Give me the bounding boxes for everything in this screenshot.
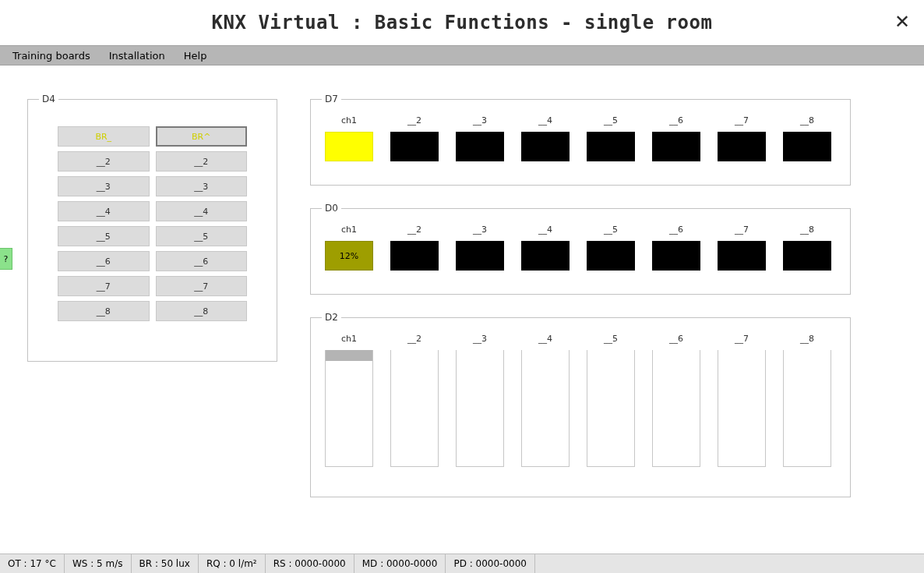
d2-channel-slot[interactable] [390, 350, 439, 467]
d2-channel-4: __4 [521, 334, 570, 467]
d7-channel-box[interactable] [652, 132, 700, 161]
status-pd: PD : 0000-0000 [446, 554, 535, 573]
d0-channel-label: ch1 [341, 225, 357, 235]
d7-channel-box[interactable] [587, 132, 635, 161]
d7-channel-7: __7 [718, 115, 766, 161]
d4-left-8[interactable]: __8 [58, 301, 150, 321]
d7-channel-label: __6 [669, 115, 683, 126]
d2-channel-slot[interactable] [652, 350, 700, 467]
d4-left-1[interactable]: BR_ [58, 126, 150, 147]
d7-channel-2: __2 [390, 115, 439, 161]
d0-channel-box[interactable] [521, 241, 570, 271]
menu-help[interactable]: Help [175, 47, 217, 65]
d4-right-5[interactable]: __5 [156, 226, 248, 246]
d2-channel-label: __2 [407, 334, 421, 344]
panel-d0: D0 ch112%__2__3__4__5__6__7__8 [310, 203, 851, 295]
d0-channel-box[interactable] [718, 241, 766, 271]
d7-row: ch1__2__3__4__5__6__7__8 [322, 112, 839, 161]
d4-right-8[interactable]: __8 [156, 301, 248, 321]
d2-channel-7: __7 [718, 334, 766, 467]
d0-channel-box[interactable] [652, 241, 700, 271]
d7-channel-label: __2 [407, 115, 421, 126]
close-icon[interactable]: ✕ [894, 11, 910, 33]
help-tab[interactable]: ? [0, 248, 12, 270]
d4-left-4[interactable]: __4 [58, 201, 150, 221]
d0-channel-box[interactable] [783, 241, 831, 271]
d0-channel-4: __4 [521, 225, 570, 271]
d2-channel-label: __8 [800, 334, 814, 344]
status-ot: OT : 17 °C [0, 554, 65, 573]
d7-channel-label: __7 [735, 115, 749, 126]
panel-d2-legend: D2 [322, 312, 341, 323]
d7-channel-box[interactable] [456, 132, 504, 161]
d4-left-2[interactable]: __2 [58, 151, 150, 172]
d4-right-3[interactable]: __3 [156, 176, 248, 196]
d0-channel-box[interactable] [390, 241, 439, 271]
d2-channel-slot[interactable] [521, 350, 570, 467]
d7-channel-6: __6 [652, 115, 700, 161]
d0-channel-box[interactable] [456, 241, 504, 271]
d0-channel-5: __5 [587, 225, 635, 271]
d7-channel-box[interactable] [390, 132, 439, 161]
d7-channel-label: __5 [604, 115, 618, 126]
panel-d4: D4 BR_ BR^ __2 __2 __3 __3 __4 __4 __5 _… [27, 94, 277, 362]
d7-channel-box[interactable] [325, 132, 373, 161]
d4-left-5[interactable]: __5 [58, 226, 150, 246]
d2-channel-slot[interactable] [783, 350, 831, 467]
d7-channel-label: __8 [800, 115, 814, 126]
menu-bar: Training boards Installation Help [0, 45, 924, 65]
d2-row: ch1__2__3__4__5__6__7__8 [322, 331, 839, 467]
d7-channel-box[interactable] [521, 132, 570, 161]
d7-channel-label: ch1 [341, 115, 357, 126]
d4-right-6[interactable]: __6 [156, 251, 248, 271]
d2-channel-slot[interactable] [325, 350, 373, 467]
d4-left-3[interactable]: __3 [58, 176, 150, 196]
d0-channel-label: __7 [735, 225, 749, 235]
d4-left-6[interactable]: __6 [58, 251, 150, 271]
d4-right-1[interactable]: BR^ [156, 126, 248, 147]
d0-channel-2: __2 [390, 225, 439, 271]
d0-channel-label: __4 [538, 225, 552, 235]
status-md: MD : 0000-0000 [354, 554, 446, 573]
d0-channel-label: __8 [800, 225, 814, 235]
d0-channel-box[interactable] [587, 241, 635, 271]
title-bar: KNX Virtual : Basic Functions - single r… [0, 0, 924, 45]
d4-right-7[interactable]: __7 [156, 276, 248, 296]
d7-channel-8: __8 [783, 115, 831, 161]
d0-row: ch112%__2__3__4__5__6__7__8 [322, 221, 839, 271]
d7-channel-1: ch1 [325, 115, 373, 161]
d2-channel-2: __2 [390, 334, 439, 467]
menu-training-boards[interactable]: Training boards [3, 47, 100, 65]
d0-channel-6: __6 [652, 225, 700, 271]
d0-channel-label: __2 [407, 225, 421, 235]
d4-right-4[interactable]: __4 [156, 201, 248, 221]
d2-channel-fill [326, 350, 372, 361]
workspace: ? D4 BR_ BR^ __2 __2 __3 __3 __4 __4 __5… [0, 65, 924, 554]
panel-d7-legend: D7 [322, 94, 341, 104]
d4-grid: BR_ BR^ __2 __2 __3 __3 __4 __4 __5 __5 … [39, 126, 266, 321]
status-rq: RQ : 0 l/m² [199, 554, 266, 573]
d2-channel-slot[interactable] [456, 350, 504, 467]
d7-channel-box[interactable] [783, 132, 831, 161]
window-title: KNX Virtual : Basic Functions - single r… [212, 12, 713, 34]
status-br: BR : 50 lux [132, 554, 199, 573]
d7-channel-box[interactable] [718, 132, 766, 161]
status-bar: OT : 17 °C WS : 5 m/s BR : 50 lux RQ : 0… [0, 554, 924, 573]
d2-channel-slot[interactable] [718, 350, 766, 467]
d4-left-7[interactable]: __7 [58, 276, 150, 296]
panel-d0-legend: D0 [322, 203, 341, 214]
d2-channel-label: __4 [538, 334, 552, 344]
d4-right-2[interactable]: __2 [156, 151, 248, 172]
d2-channel-slot[interactable] [587, 350, 635, 467]
menu-installation[interactable]: Installation [100, 47, 175, 65]
d0-channel-1: ch112% [325, 225, 373, 271]
status-rs: RS : 0000-0000 [266, 554, 354, 573]
d2-channel-6: __6 [652, 334, 700, 467]
d0-channel-label: __5 [604, 225, 618, 235]
d0-channel-box[interactable]: 12% [325, 241, 373, 271]
d0-channel-label: __6 [669, 225, 683, 235]
d2-channel-3: __3 [456, 334, 504, 467]
d0-channel-7: __7 [718, 225, 766, 271]
d2-channel-8: __8 [783, 334, 831, 467]
d7-channel-label: __3 [473, 115, 487, 126]
